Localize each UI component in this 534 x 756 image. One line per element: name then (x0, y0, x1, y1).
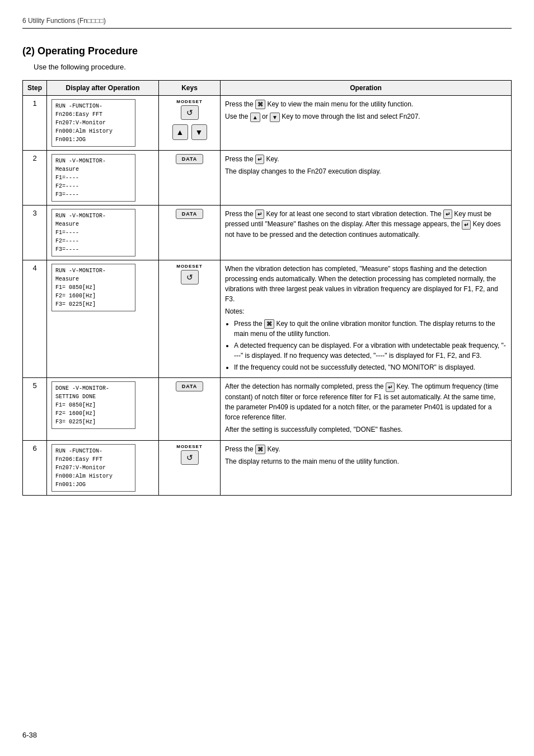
inline-key: ↵ (443, 209, 452, 219)
up-arrow-key: ▲ (172, 124, 188, 140)
operation-text: Press the ↵ Key for at least one second … (225, 209, 507, 240)
operation-text: Press the ⌘ Key. The display returns to … (225, 444, 507, 466)
procedure-table: Step Display after Operation Keys Operat… (22, 80, 512, 496)
table-row: 1RUN -FUNCTION-Fn206:Easy FFTFn207:V-Mon… (23, 96, 512, 151)
inline-key: ▲ (250, 113, 260, 122)
display-cell: RUN -V-MONITOR-MeasureF1= 0850[Hz]F2= 16… (47, 260, 159, 378)
arrow-keys: ▲ ▼ (172, 124, 207, 140)
step-cell: 2 (23, 151, 47, 206)
operation-cell: Press the ↵ Key for at least one second … (221, 206, 512, 260)
keys-cell: MODESET ↺ (159, 260, 221, 378)
header-text: 6 Utility Functions (Fn□□□□) (22, 17, 106, 25)
key-data-container: DATA (163, 209, 216, 219)
display-cell: DONE -V-MONITOR-SETTING DONEF1= 0850[Hz]… (47, 378, 159, 440)
keys-cell: DATA (159, 378, 221, 440)
modeset-icon: ↺ (181, 105, 199, 120)
operation-cell: After the detection has normally complet… (221, 378, 512, 440)
keys-cell: MODESET ↺ (159, 440, 221, 495)
operation-cell: Press the ↵ Key. The display changes to … (221, 151, 512, 206)
lcd-display: RUN -FUNCTION-Fn206:Easy FFTFn207:V-Moni… (51, 99, 135, 147)
data-key: DATA (176, 209, 204, 219)
keys-cell: MODESET ↺ ▲ ▼ (159, 96, 221, 151)
table-row: 4RUN -V-MONITOR-MeasureF1= 0850[Hz]F2= 1… (23, 260, 512, 378)
inline-key: ↵ (462, 220, 471, 230)
data-key: DATA (176, 381, 204, 391)
step-cell: 5 (23, 378, 47, 440)
lcd-display: DONE -V-MONITOR-SETTING DONEF1= 0850[Hz]… (51, 381, 135, 429)
display-cell: RUN -FUNCTION-Fn206:Easy FFTFn207:V-Moni… (47, 96, 159, 151)
col-header-step: Step (23, 81, 47, 96)
modeset-icon: ↺ (181, 270, 199, 284)
col-header-keys: Keys (159, 81, 221, 96)
modeset-label: MODESET (176, 444, 203, 449)
table-row: 5DONE -V-MONITOR-SETTING DONEF1= 0850[Hz… (23, 378, 512, 440)
step-cell: 4 (23, 260, 47, 378)
key-data-container: DATA (163, 381, 216, 391)
inline-key: ⌘ (255, 445, 265, 454)
operation-text: Press the ⌘ Key to view the main menu fo… (225, 99, 507, 122)
lcd-display: RUN -V-MONITOR-MeasureF1=----F2=----F3=-… (51, 209, 135, 256)
operation-text: When the vibration detection has complet… (225, 264, 507, 372)
col-header-operation: Operation (221, 81, 512, 96)
col-header-display: Display after Operation (47, 81, 159, 96)
operation-cell: Press the ⌘ Key. The display returns to … (221, 440, 512, 495)
modeset-label: MODESET (176, 264, 203, 269)
inline-key: ↵ (255, 155, 264, 164)
inline-key: ↵ (386, 382, 395, 392)
key-data-container: DATA (163, 154, 216, 164)
operation-text: Press the ↵ Key. The display changes to … (225, 154, 507, 176)
inline-key: ⌘ (264, 319, 274, 329)
section-title: (2) Operating Procedure (22, 45, 512, 57)
key-modeset-container: MODESET ↺ (163, 444, 216, 465)
table-row: 6RUN -FUNCTION-Fn206:Easy FFTFn207:V-Mon… (23, 440, 512, 495)
section-subtitle: Use the following procedure. (34, 63, 512, 71)
step-cell: 3 (23, 206, 47, 260)
down-arrow-key: ▼ (191, 124, 207, 140)
inline-key: ⌘ (255, 100, 265, 109)
key-modeset-container: MODESET ↺ (163, 264, 216, 284)
page-number: 6-38 (22, 731, 37, 739)
step-cell: 1 (23, 96, 47, 151)
lcd-display: RUN -V-MONITOR-MeasureF1=----F2=----F3=-… (51, 154, 135, 202)
page-footer: 6-38 (22, 731, 37, 739)
step-cell: 6 (23, 440, 47, 495)
keys-cell: DATA (159, 151, 221, 206)
operation-cell: Press the ⌘ Key to view the main menu fo… (221, 96, 512, 151)
page-header: 6 Utility Functions (Fn□□□□) (22, 17, 512, 29)
lcd-display: RUN -V-MONITOR-MeasureF1= 0850[Hz]F2= 16… (51, 264, 135, 311)
keys-cell: DATA (159, 206, 221, 260)
table-row: 2RUN -V-MONITOR-MeasureF1=----F2=----F3=… (23, 151, 512, 206)
operation-text: After the detection has normally complet… (225, 381, 507, 434)
modeset-label: MODESET (176, 99, 203, 104)
lcd-display: RUN -FUNCTION-Fn206:Easy FFTFn207:V-Moni… (51, 444, 135, 492)
inline-key: ▼ (270, 113, 280, 122)
modeset-key: MODESET ↺ (176, 264, 203, 284)
display-cell: RUN -FUNCTION-Fn206:Easy FFTFn207:V-Moni… (47, 440, 159, 495)
display-cell: RUN -V-MONITOR-MeasureF1=----F2=----F3=-… (47, 206, 159, 260)
modeset-key: MODESET ↺ (176, 444, 203, 465)
data-key: DATA (176, 154, 204, 164)
modeset-icon: ↺ (181, 450, 199, 465)
inline-key: ↵ (255, 209, 264, 219)
operation-cell: When the vibration detection has complet… (221, 260, 512, 378)
modeset-key: MODESET ↺ (176, 99, 203, 120)
key-modeset-arrows-container: MODESET ↺ ▲ ▼ (163, 99, 216, 140)
table-row: 3RUN -V-MONITOR-MeasureF1=----F2=----F3=… (23, 206, 512, 260)
display-cell: RUN -V-MONITOR-MeasureF1=----F2=----F3=-… (47, 151, 159, 206)
